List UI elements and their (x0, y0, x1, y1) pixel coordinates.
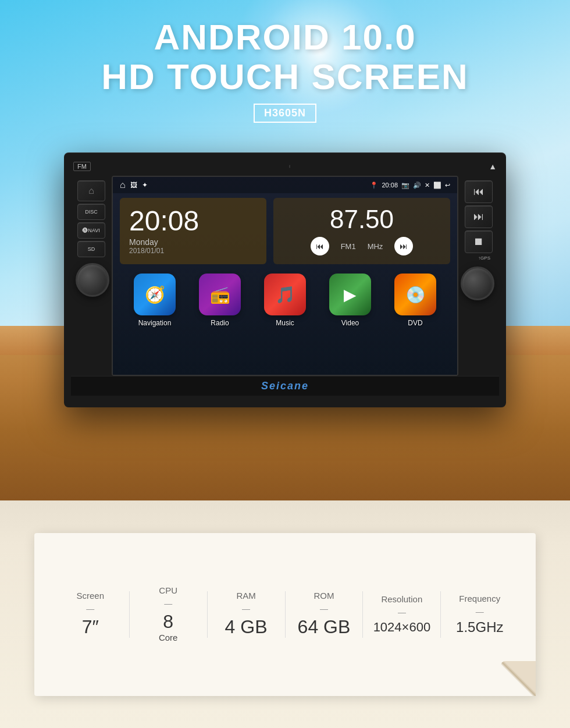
spec-frequency: Frequency — 1.5GHz (441, 594, 518, 635)
spec-cpu-unit: Core (159, 633, 178, 642)
status-time: 20:08 (382, 182, 398, 189)
brand-name: Seicane (261, 380, 309, 392)
hero-section: ANDROID 10.0 HD TOUCH SCREEN H3605N FM ▲… (0, 0, 570, 500)
hero-line2: HD TOUCH SCREEN (0, 57, 570, 97)
video-icon-box: ▶ (329, 274, 371, 315)
device-body: ⌂ DISC 🅐NAVI SD (71, 176, 499, 376)
music-icon: 🎵 (275, 285, 295, 304)
app-icons-row: 🧭 Navigation 📻 Radio (113, 269, 457, 329)
close-icon: ✕ (425, 182, 430, 189)
app-video[interactable]: ▶ Video (329, 274, 371, 327)
clock-widget: 20:08 Monday 2018/01/01 (120, 198, 266, 264)
spec-rom-label: ROM (314, 591, 334, 601)
device-container: FM ▲ ⌂ DISC 🅐NAVI (64, 152, 506, 407)
video-icon: ▶ (344, 285, 357, 304)
spec-cpu-label: CPU (159, 585, 177, 595)
location-icon: 📍 (370, 182, 378, 189)
spec-cpu-value: 8 (163, 611, 173, 632)
device-top-bar: FM ▲ (71, 162, 499, 171)
screen-wrapper[interactable]: ⌂ 🖼 ✦ 📍 20:08 📷 🔊 ✕ ⬜ (112, 176, 458, 376)
app-music[interactable]: 🎵 Music (264, 274, 306, 327)
radio-label: Radio (211, 319, 229, 327)
spec-ram-value: 4 GB (225, 617, 268, 637)
specs-card: Screen — 7″ CPU — 8 Core RAM — 4 GB ROM … (34, 533, 536, 696)
clock-time: 20:08 (129, 207, 257, 235)
cd-slot (289, 165, 290, 168)
dvd-icon-box: 💿 (394, 274, 436, 315)
radio-icon: 📻 (210, 285, 230, 304)
radio-frequency: 87.50 (330, 207, 394, 232)
home-button[interactable]: ⌂ (77, 180, 105, 201)
spec-frequency-label: Frequency (459, 594, 500, 603)
eject-button[interactable]: ▲ (489, 162, 497, 171)
stop-button[interactable]: ⏹ (465, 230, 493, 253)
gps-label: ↑GPS (465, 255, 493, 261)
prev-track-button[interactable]: ⏮ (465, 180, 493, 203)
navigation-label: Navigation (138, 319, 172, 327)
brand-bar: Seicane (71, 376, 499, 396)
hero-title: ANDROID 10.0 HD TOUCH SCREEN H3605N (0, 17, 570, 123)
spec-resolution-value: 1024×600 (373, 620, 431, 634)
spec-resolution-label: Resolution (381, 594, 422, 604)
fm-label: FM (73, 162, 91, 171)
radio-widget: 87.50 ⏮ FM1 MHz ⏭ (273, 198, 450, 264)
navigation-icon: 🧭 (145, 285, 165, 304)
dvd-icon: 💿 (405, 285, 426, 304)
dvd-label: DVD (408, 319, 422, 327)
right-knob[interactable] (461, 267, 494, 300)
sd-button[interactable]: SD (77, 241, 105, 257)
window-icon: ⬜ (433, 182, 441, 189)
volume-icon: 🔊 (413, 182, 421, 189)
left-buttons: ⌂ DISC 🅐NAVI SD (74, 178, 109, 260)
spec-frequency-value: 1.5GHz (456, 620, 503, 635)
left-knob[interactable] (76, 263, 109, 297)
app-navigation[interactable]: 🧭 Navigation (134, 274, 176, 327)
app-dvd[interactable]: 💿 DVD (394, 274, 436, 327)
disc-button[interactable]: DISC (77, 204, 105, 220)
radio-controls: ⏮ FM1 MHz ⏭ (311, 237, 414, 255)
app-radio[interactable]: 📻 Radio (199, 274, 241, 327)
gallery-icon: 🖼 (130, 181, 137, 189)
car-stereo-device: FM ▲ ⌂ DISC 🅐NAVI (64, 152, 506, 407)
android-screen: ⌂ 🖼 ✦ 📍 20:08 📷 🔊 ✕ ⬜ (113, 177, 457, 375)
radio-icon-box: 📻 (199, 274, 241, 315)
spec-screen: Screen — 7″ (52, 591, 129, 637)
back-icon: ↩ (445, 182, 450, 189)
next-track-button[interactable]: ⏭ (465, 205, 493, 228)
specs-section: Screen — 7″ CPU — 8 Core RAM — 4 GB ROM … (0, 500, 570, 728)
spec-resolution: Resolution — 1024×600 (363, 594, 440, 634)
navigation-icon-box: 🧭 (134, 274, 176, 315)
spec-rom: ROM — 64 GB (286, 591, 363, 637)
radio-unit: MHz (368, 242, 383, 251)
spec-ram: RAM — 4 GB (208, 591, 285, 637)
spec-screen-label: Screen (76, 591, 104, 601)
widget-area: 20:08 Monday 2018/01/01 87.50 ⏮ FM1 (113, 193, 457, 269)
hero-line1: ANDROID 10.0 (0, 17, 570, 57)
clock-date: 2018/01/01 (129, 247, 257, 255)
radio-band: FM1 (341, 242, 356, 251)
model-badge: H3605N (254, 104, 316, 123)
status-bar: ⌂ 🖼 ✦ 📍 20:08 📷 🔊 ✕ ⬜ (113, 177, 457, 193)
camera-icon: 📷 (401, 182, 409, 189)
status-right: 📍 20:08 📷 🔊 ✕ ⬜ ↩ (370, 182, 450, 189)
home-icon: ⌂ (120, 180, 126, 190)
music-icon-box: 🎵 (264, 274, 306, 315)
navi-button[interactable]: 🅐NAVI (77, 222, 105, 239)
music-label: Music (276, 319, 294, 327)
spec-ram-label: RAM (236, 591, 255, 601)
radio-next-button[interactable]: ⏭ (394, 237, 413, 255)
spec-cpu: CPU — 8 Core (130, 585, 207, 642)
settings-icon: ✦ (142, 181, 148, 189)
video-label: Video (341, 319, 359, 327)
clock-day: Monday (129, 237, 257, 247)
spec-rom-value: 64 GB (298, 617, 351, 637)
status-left: ⌂ 🖼 ✦ (120, 180, 148, 190)
radio-prev-button[interactable]: ⏮ (311, 237, 329, 255)
right-buttons: ⏮ ⏭ ⏹ ↑GPS (461, 178, 496, 263)
spec-screen-value: 7″ (82, 617, 99, 637)
